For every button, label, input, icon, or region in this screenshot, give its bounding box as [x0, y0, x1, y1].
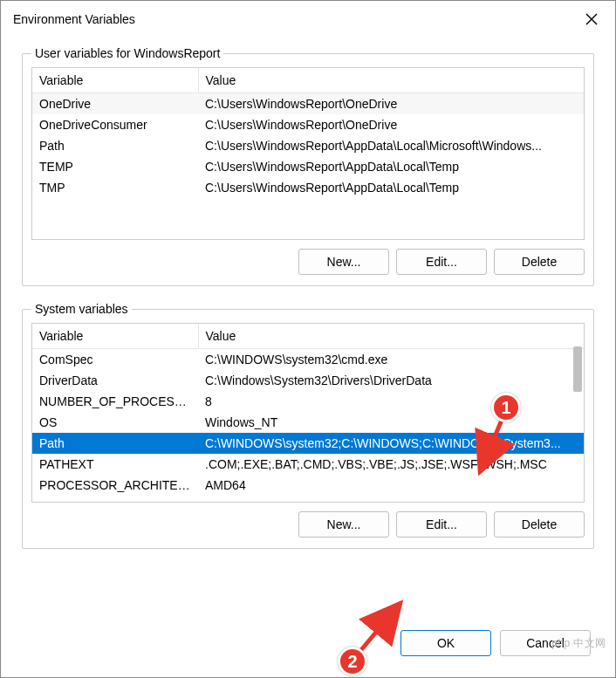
- cell-value: C:\Users\WindowsReport\OneDrive: [198, 114, 584, 135]
- column-header-value[interactable]: Value: [198, 324, 584, 349]
- cell-value: C:\Users\WindowsReport\AppData\Local\Tem…: [198, 156, 584, 177]
- system-variables-table[interactable]: Variable Value ComSpecC:\WINDOWS\system3…: [31, 323, 585, 503]
- cell-value: Windows_NT: [198, 412, 584, 433]
- user-new-button[interactable]: New...: [298, 249, 389, 275]
- table-row[interactable]: OneDriveC:\Users\WindowsReport\OneDrive: [32, 93, 584, 115]
- cell-variable: OneDriveConsumer: [32, 114, 198, 135]
- cell-variable: TMP: [32, 177, 198, 198]
- table-row[interactable]: PATHEXT.COM;.EXE;.BAT;.CMD;.VBS;.VBE;.JS…: [32, 454, 584, 475]
- system-delete-button[interactable]: Delete: [494, 511, 585, 538]
- cell-variable: Path: [32, 433, 198, 454]
- annotation-marker-2: 2: [338, 647, 367, 676]
- close-icon[interactable]: [582, 10, 601, 29]
- cell-variable: NUMBER_OF_PROCESSORS: [32, 391, 198, 412]
- system-variables-legend: System variables: [31, 302, 132, 316]
- table-row[interactable]: NUMBER_OF_PROCESSORS8: [32, 391, 584, 412]
- table-row[interactable]: OneDriveConsumerC:\Users\WindowsReport\O…: [32, 114, 584, 135]
- window-title: Environment Variables: [13, 12, 135, 26]
- system-variables-group: System variables Variable Value ComSpecC…: [22, 302, 594, 549]
- column-header-value[interactable]: Value: [198, 68, 584, 93]
- user-edit-button[interactable]: Edit...: [396, 249, 487, 275]
- column-header-variable[interactable]: Variable: [32, 324, 198, 349]
- user-delete-button[interactable]: Delete: [494, 249, 585, 275]
- column-header-variable[interactable]: Variable: [32, 68, 198, 93]
- cell-variable: TEMP: [32, 156, 198, 177]
- cell-variable: PROCESSOR_ARCHITECTU...: [32, 475, 198, 496]
- cell-value: C:\WINDOWS\system32\cmd.exe: [198, 349, 584, 371]
- cell-value: .COM;.EXE;.BAT;.CMD;.VBS;.VBE;.JS;.JSE;.…: [198, 454, 584, 475]
- table-row[interactable]: TEMPC:\Users\WindowsReport\AppData\Local…: [32, 156, 584, 177]
- watermark-text: php 中文网: [551, 636, 606, 651]
- cell-variable: ComSpec: [32, 349, 198, 371]
- table-row[interactable]: PROCESSOR_ARCHITECTU...AMD64: [32, 475, 584, 496]
- system-new-button[interactable]: New...: [298, 511, 389, 538]
- ok-button[interactable]: OK: [400, 630, 491, 656]
- cell-value: C:\Windows\System32\Drivers\DriverData: [198, 370, 584, 391]
- table-row[interactable]: PathC:\WINDOWS\system32;C:\WINDOWS;C:\WI…: [32, 433, 584, 454]
- user-variables-group: User variables for WindowsReport Variabl…: [22, 46, 594, 286]
- cell-variable: Path: [32, 135, 198, 156]
- cell-variable: OS: [32, 412, 198, 433]
- user-variables-table[interactable]: Variable Value OneDriveC:\Users\WindowsR…: [31, 67, 585, 240]
- table-row[interactable]: PathC:\Users\WindowsReport\AppData\Local…: [32, 135, 584, 156]
- cell-value: C:\Users\WindowsReport\AppData\Local\Mic…: [198, 135, 584, 156]
- table-row[interactable]: TMPC:\Users\WindowsReport\AppData\Local\…: [32, 177, 584, 198]
- cell-variable: PATHEXT: [32, 454, 198, 475]
- scrollbar-thumb[interactable]: [573, 346, 582, 392]
- cell-value: 8: [198, 391, 584, 412]
- table-row[interactable]: ComSpecC:\WINDOWS\system32\cmd.exe: [32, 349, 584, 371]
- user-variables-legend: User variables for WindowsReport: [31, 46, 223, 60]
- cell-value: C:\Users\WindowsReport\OneDrive: [198, 93, 584, 115]
- cell-value: C:\Users\WindowsReport\AppData\Local\Tem…: [198, 177, 584, 198]
- table-row[interactable]: OSWindows_NT: [32, 412, 584, 433]
- cell-value: C:\WINDOWS\system32;C:\WINDOWS;C:\WINDOW…: [198, 433, 584, 454]
- cell-value: AMD64: [198, 475, 584, 496]
- system-edit-button[interactable]: Edit...: [396, 511, 487, 538]
- svg-line-3: [360, 603, 400, 651]
- table-row[interactable]: DriverDataC:\Windows\System32\Drivers\Dr…: [32, 370, 584, 391]
- cell-variable: OneDrive: [32, 93, 198, 115]
- cell-variable: DriverData: [32, 370, 198, 391]
